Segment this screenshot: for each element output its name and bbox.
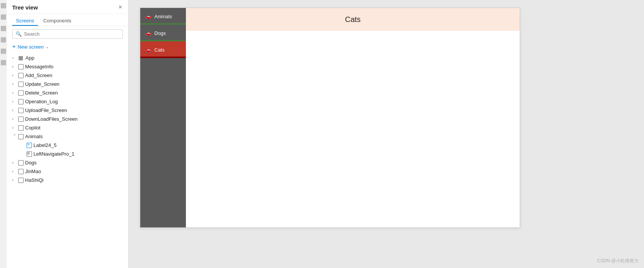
screen-icon [18, 73, 24, 78]
chevron-right-icon: › [12, 169, 17, 173]
nav-icon [27, 151, 32, 157]
nav-dog-icon: 🚗 [145, 30, 151, 36]
screen-icon [18, 99, 24, 104]
search-input[interactable] [24, 31, 119, 37]
nav-animal-icon: 🚗 [145, 13, 151, 19]
chevron-right-icon: › [12, 91, 17, 95]
tab-components[interactable]: Components [40, 16, 75, 26]
tree-list: › ▦ App › MessageInfo › Add_Screen › Upd… [7, 53, 128, 268]
tree-item-leftnavigatepro[interactable]: LeftNavigatePro_1 [7, 150, 128, 158]
screen-icon [18, 90, 24, 96]
nav-item-animals[interactable]: 🚗 Animals [140, 8, 186, 25]
nav-item-cats[interactable]: 🚗 Cats [140, 41, 186, 58]
item-label-hashiqi: HaShiQi [25, 177, 43, 183]
app-header-title: Cats [345, 15, 360, 24]
screen-icon [18, 169, 24, 174]
item-label-copilot: Copilot [25, 125, 40, 131]
chevron-down-icon: › [13, 134, 17, 139]
chevron-right-icon: › [12, 117, 17, 121]
chevron-right-icon: › [12, 108, 17, 112]
tree-item-copilot[interactable]: › Copilot [7, 123, 128, 132]
app-body [186, 31, 520, 227]
screen-icon [18, 64, 24, 69]
sidebar-icon-6[interactable] [1, 60, 6, 65]
tree-panel: Tree view × Screens Components 🔍 + New s… [7, 0, 128, 268]
screen-icon [18, 160, 24, 166]
tree-item-hashiqi[interactable]: › HaShiQi [7, 176, 128, 184]
nav-cats-label: Cats [154, 47, 165, 53]
new-screen-label: New screen [17, 44, 44, 50]
tree-item-messageinfo[interactable]: › MessageInfo [7, 62, 128, 71]
close-button[interactable]: × [118, 4, 123, 11]
app-header: Cats [186, 8, 520, 31]
item-label-app: App [25, 55, 34, 61]
chevron-right-icon: › [12, 65, 17, 69]
tree-item-app[interactable]: › ▦ App [7, 53, 128, 62]
item-label-jinmao: JinMao [25, 169, 41, 174]
plus-icon: + [12, 43, 16, 50]
sidebar-icon-3[interactable] [1, 26, 6, 31]
item-label-add-screen: Add_Screen [25, 73, 52, 78]
screen-icon [18, 117, 24, 122]
screen-icon [18, 82, 24, 87]
item-label-uploadfile: UploadFile_Screen [25, 107, 67, 113]
app-preview: 🚗 Animals 🚗 Dogs 🚗 Cats Cats [140, 8, 520, 228]
sidebar-icon-4[interactable] [1, 37, 6, 43]
tree-item-jinmao[interactable]: › JinMao [7, 167, 128, 176]
left-icon-bar [0, 0, 7, 268]
watermark: CSDN @小松很努力 [597, 258, 639, 264]
item-label-dogs: Dogs [25, 160, 36, 166]
item-label-downloadfiles: DownLoadFiles_Screen [25, 116, 78, 122]
nav-cat-icon: 🚗 [145, 47, 151, 53]
tab-screens[interactable]: Screens [12, 16, 38, 26]
tree-item-uploadfile[interactable]: › UploadFile_Screen [7, 106, 128, 115]
nav-item-dogs[interactable]: 🚗 Dogs [140, 25, 186, 41]
chevron-right-icon: › [12, 99, 17, 104]
tree-tabs: Screens Components [7, 14, 128, 26]
chevron-right-icon: › [12, 161, 17, 165]
search-bar-container: 🔍 [7, 26, 128, 42]
nav-dogs-label: Dogs [154, 30, 166, 36]
screen-icon [18, 125, 24, 131]
item-label-animals: Animals [25, 134, 43, 139]
item-label-delete-screen: Delete_Screen [25, 90, 58, 96]
chevron-right-icon: › [12, 56, 17, 60]
search-icon: 🔍 [16, 31, 22, 37]
tree-item-dogs[interactable]: › Dogs [7, 158, 128, 167]
sidebar-icon-2[interactable] [1, 14, 6, 20]
nav-indicator-cats [140, 57, 186, 58]
tree-item-animals[interactable]: › Animals [7, 132, 128, 141]
chevron-right-icon: › [12, 82, 17, 86]
tree-title: Tree view [12, 4, 38, 11]
label-icon [27, 143, 32, 148]
item-label-update-screen: Update_Screen [25, 81, 59, 87]
chevron-right-icon: › [12, 178, 17, 182]
item-label-messageinfo: MessageInfo [25, 64, 53, 69]
chevron-down-icon: ⌄ [46, 45, 49, 49]
tree-item-operation-log[interactable]: › Operation_Log [7, 97, 128, 106]
tree-header: Tree view × [7, 0, 128, 14]
item-label-operation-log: Operation_Log [25, 99, 58, 104]
nav-animals-label: Animals [154, 14, 172, 19]
app-content: Cats [186, 8, 520, 227]
tree-item-add-screen[interactable]: › Add_Screen [7, 71, 128, 80]
screen-icon [18, 134, 24, 139]
tree-item-delete-screen[interactable]: › Delete_Screen [7, 88, 128, 97]
chevron-right-icon: › [12, 73, 17, 77]
chevron-right-icon: › [12, 126, 17, 130]
item-label-leftnavigatepro: LeftNavigatePro_1 [33, 151, 75, 157]
sidebar-icon-1[interactable] [1, 3, 6, 8]
tree-item-update-screen[interactable]: › Update_Screen [7, 80, 128, 88]
search-input-wrap: 🔍 [12, 29, 123, 39]
screen-icon [18, 178, 24, 183]
main-canvas: 🚗 Animals 🚗 Dogs 🚗 Cats Cats [128, 0, 644, 268]
tree-item-downloadfiles[interactable]: › DownLoadFiles_Screen [7, 115, 128, 123]
sidebar-icon-5[interactable] [1, 49, 6, 54]
grid-icon: ▦ [18, 55, 23, 61]
app-nav-sidebar: 🚗 Animals 🚗 Dogs 🚗 Cats [140, 8, 186, 227]
item-label-label24-5: Label24_5 [33, 142, 57, 148]
screen-icon [18, 108, 24, 113]
tree-item-label24-5[interactable]: Label24_5 [7, 141, 128, 150]
new-screen-button[interactable]: + New screen ⌄ [7, 42, 128, 53]
